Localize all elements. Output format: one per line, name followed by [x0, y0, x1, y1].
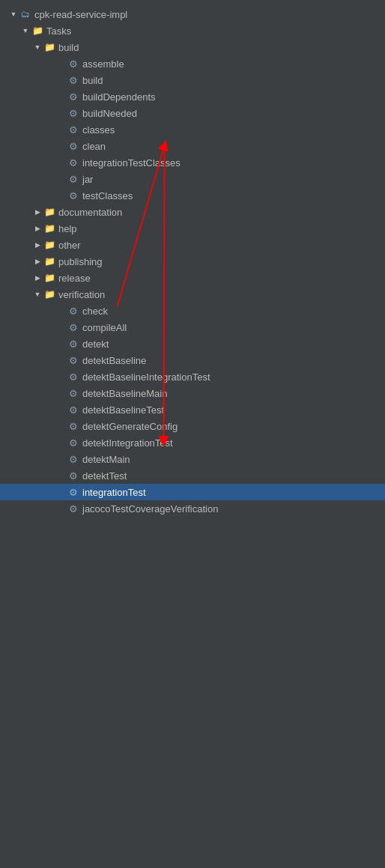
- tree-item-other[interactable]: 📁 other: [0, 237, 385, 253]
- item-label: build: [82, 75, 103, 86]
- tree-item-assemble[interactable]: ⚙ assemble: [0, 55, 385, 72]
- tree-item-verification[interactable]: 📁 verification: [0, 286, 385, 303]
- folder-icon: 📁: [43, 222, 55, 234]
- expand-arrow[interactable]: [31, 272, 43, 284]
- folder-icon: 📁: [43, 288, 55, 300]
- expand-arrow[interactable]: [19, 25, 31, 37]
- tree-item-test-classes[interactable]: ⚙ testClasses: [0, 187, 385, 204]
- item-label: Tasks: [46, 25, 71, 37]
- gear-icon: ⚙: [67, 338, 79, 350]
- tree-item-integration-test[interactable]: ⚙ integrationTest: [0, 484, 385, 500]
- gradle-tree: 🗂 cpk-read-service-impl 📁 Tasks 📁 build …: [0, 0, 385, 523]
- item-label: detekt: [82, 339, 109, 350]
- gear-icon: ⚙: [67, 124, 79, 136]
- item-label: buildNeeded: [82, 108, 137, 119]
- tree-item-release[interactable]: 📁 release: [0, 270, 385, 286]
- item-label: cpk-read-service-impl: [34, 9, 127, 20]
- tree-item-check[interactable]: ⚙ check: [0, 303, 385, 319]
- expand-arrow[interactable]: [7, 8, 19, 20]
- tree-item-compile-all[interactable]: ⚙ compileAll: [0, 319, 385, 336]
- tree-item-detekt-generate-config[interactable]: ⚙ detektGenerateConfig: [0, 418, 385, 434]
- no-arrow: [55, 321, 67, 333]
- gear-icon: ⚙: [67, 470, 79, 482]
- tree-item-detekt-main[interactable]: ⚙ detektMain: [0, 451, 385, 467]
- expand-arrow[interactable]: [31, 288, 43, 300]
- tree-item-detekt[interactable]: ⚙ detekt: [0, 336, 385, 352]
- item-label: detektBaselineIntegrationTest: [82, 371, 210, 383]
- item-label: release: [58, 273, 91, 284]
- tree-item-publishing[interactable]: 📁 publishing: [0, 253, 385, 270]
- no-arrow: [55, 420, 67, 432]
- folder-icon: 📁: [43, 206, 55, 218]
- gear-icon: ⚙: [67, 140, 79, 152]
- tree-item-classes[interactable]: ⚙ classes: [0, 121, 385, 138]
- tree-item-tasks[interactable]: 📁 Tasks: [0, 22, 385, 39]
- gear-icon: ⚙: [67, 437, 79, 449]
- item-label: integrationTestClasses: [82, 157, 181, 169]
- item-label: testClasses: [82, 190, 133, 201]
- tree-item-documentation[interactable]: 📁 documentation: [0, 204, 385, 220]
- item-label: documentation: [58, 207, 122, 218]
- no-arrow: [55, 140, 67, 152]
- gear-icon: ⚙: [67, 420, 79, 432]
- tree-item-root[interactable]: 🗂 cpk-read-service-impl: [0, 6, 385, 22]
- gear-icon: ⚙: [67, 305, 79, 317]
- no-arrow: [55, 453, 67, 465]
- gear-icon: ⚙: [67, 387, 79, 399]
- tree-item-clean[interactable]: ⚙ clean: [0, 138, 385, 154]
- expand-arrow[interactable]: [31, 222, 43, 234]
- no-arrow: [55, 305, 67, 317]
- tree-item-detekt-baseline-integration-test[interactable]: ⚙ detektBaselineIntegrationTest: [0, 368, 385, 385]
- item-label: detektBaselineTest: [82, 404, 164, 416]
- gear-icon: ⚙: [67, 354, 79, 366]
- tasks-folder-icon: 📁: [31, 25, 43, 37]
- folder-icon: 📁: [43, 255, 55, 267]
- no-arrow: [55, 173, 67, 185]
- module-icon: 🗂: [19, 8, 31, 20]
- no-arrow: [55, 74, 67, 86]
- gear-icon: ⚙: [67, 486, 79, 498]
- no-arrow: [55, 354, 67, 366]
- tree-item-build-dependents[interactable]: ⚙ buildDependents: [0, 88, 385, 105]
- gear-icon: ⚙: [67, 404, 79, 416]
- tree-item-build-folder[interactable]: 📁 build: [0, 39, 385, 55]
- item-label: detektIntegrationTest: [82, 437, 173, 449]
- item-label: other: [58, 240, 81, 251]
- tree-item-detekt-integration-test[interactable]: ⚙ detektIntegrationTest: [0, 434, 385, 451]
- gear-icon: ⚙: [67, 321, 79, 333]
- tree-item-help[interactable]: 📁 help: [0, 220, 385, 237]
- gear-icon: ⚙: [67, 173, 79, 185]
- item-label: verification: [58, 289, 105, 300]
- item-label: check: [82, 306, 108, 317]
- gear-icon: ⚙: [67, 189, 79, 201]
- no-arrow: [55, 58, 67, 70]
- no-arrow: [55, 470, 67, 482]
- expand-arrow[interactable]: [31, 206, 43, 218]
- tree-item-jacoco-test-coverage[interactable]: ⚙ jacocoTestCoverageVerification: [0, 500, 385, 517]
- tree-item-build-needed[interactable]: ⚙ buildNeeded: [0, 105, 385, 121]
- tree-item-integration-test-classes[interactable]: ⚙ integrationTestClasses: [0, 154, 385, 171]
- tree-item-detekt-test[interactable]: ⚙ detektTest: [0, 467, 385, 484]
- tree-item-detekt-baseline-test[interactable]: ⚙ detektBaselineTest: [0, 401, 385, 418]
- tree-item-detekt-baseline[interactable]: ⚙ detektBaseline: [0, 352, 385, 368]
- no-arrow: [55, 124, 67, 136]
- no-arrow: [55, 91, 67, 103]
- build-folder-icon: 📁: [43, 41, 55, 53]
- gear-icon: ⚙: [67, 371, 79, 383]
- tree-item-jar[interactable]: ⚙ jar: [0, 171, 385, 187]
- gear-icon: ⚙: [67, 157, 79, 169]
- expand-arrow[interactable]: [31, 41, 43, 53]
- expand-arrow[interactable]: [31, 255, 43, 267]
- item-label: jacocoTestCoverageVerification: [82, 503, 218, 515]
- tree-item-detekt-baseline-main[interactable]: ⚙ detektBaselineMain: [0, 385, 385, 401]
- no-arrow: [55, 371, 67, 383]
- item-label: buildDependents: [82, 91, 156, 103]
- no-arrow: [55, 338, 67, 350]
- expand-arrow[interactable]: [31, 239, 43, 251]
- gear-icon: ⚙: [67, 453, 79, 465]
- gear-icon: ⚙: [67, 91, 79, 103]
- item-label: compileAll: [82, 322, 127, 333]
- tree-item-build-task[interactable]: ⚙ build: [0, 72, 385, 88]
- no-arrow: [55, 107, 67, 119]
- no-arrow: [55, 503, 67, 515]
